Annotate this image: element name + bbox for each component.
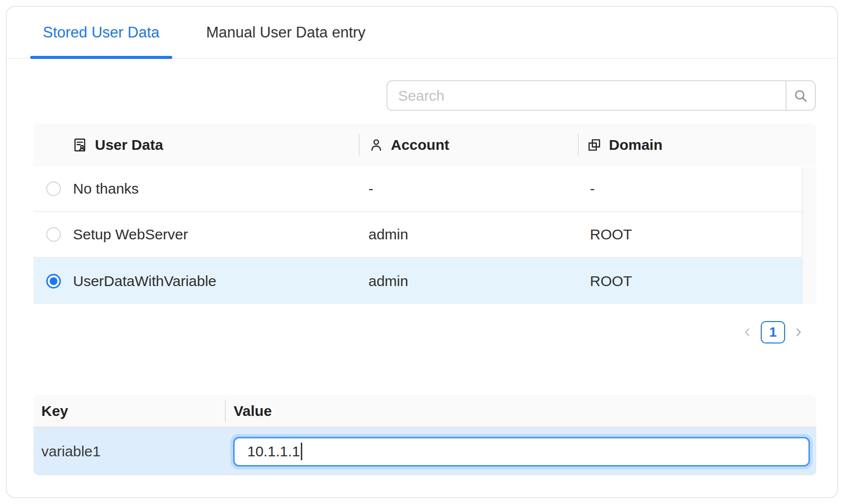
key-value-row-variable1: variable1 10.1.1.1 [34, 428, 816, 475]
account-person-icon [368, 137, 384, 153]
dialog-card: Stored User Data Manual User Data entry [6, 6, 838, 498]
tab-stored-user-data[interactable]: Stored User Data [30, 7, 172, 58]
table-row-setup-webserver[interactable]: Setup WebServer admin ROOT [34, 212, 802, 258]
header-divider [578, 134, 579, 156]
header-divider [225, 400, 226, 422]
variable-value-cell: 10.1.1.1 [225, 437, 816, 467]
user-data-document-icon [72, 137, 88, 153]
cell-account: - [359, 180, 578, 197]
column-header-domain: Domain [578, 124, 816, 166]
text-cursor [301, 443, 302, 460]
pagination-next-button[interactable] [792, 321, 804, 343]
table-row-no-thanks[interactable]: No thanks - - [34, 166, 802, 212]
search-input[interactable] [386, 80, 787, 111]
radio-unselected[interactable] [46, 227, 61, 242]
pagination: 1 [742, 321, 804, 343]
column-header-user-data: User Data [34, 124, 359, 166]
column-header-key-label: Key [41, 403, 68, 419]
cell-account: admin [359, 273, 578, 289]
column-header-key: Key [34, 395, 225, 427]
table-scrollbar-track[interactable] [802, 167, 816, 304]
variable-value-text: 10.1.1.1 [247, 443, 300, 460]
cell-domain: ROOT [578, 273, 802, 289]
column-header-value-label: Value [234, 403, 272, 419]
cell-user-data: No thanks [73, 180, 359, 197]
tab-manual-user-data-entry-label: Manual User Data entry [206, 24, 366, 41]
cell-domain: - [578, 180, 802, 197]
radio-dot [50, 277, 57, 285]
user-data-table: User Data Account [34, 124, 816, 304]
radio-cell [34, 227, 73, 242]
cell-account: admin [359, 226, 578, 243]
column-header-user-data-label: User Data [95, 137, 163, 153]
pagination-prev-button[interactable] [742, 321, 753, 343]
tab-stored-user-data-label: Stored User Data [43, 24, 160, 41]
key-value-header: Key Value [34, 395, 816, 428]
variable-key-label: variable1 [34, 443, 225, 460]
radio-selected[interactable] [46, 274, 61, 288]
tab-manual-user-data-entry[interactable]: Manual User Data entry [206, 7, 366, 58]
radio-cell [34, 181, 73, 196]
radio-cell [34, 274, 73, 288]
variable-value-input[interactable]: 10.1.1.1 [233, 437, 810, 467]
table-body: No thanks - - Setup WebServer admin ROOT [34, 166, 816, 304]
table-row-userdatawithvariable-selected[interactable]: UserDataWithVariable admin ROOT [34, 258, 802, 304]
search-button[interactable] [786, 80, 816, 111]
search-icon [793, 88, 808, 104]
cell-domain: ROOT [578, 226, 802, 243]
chevron-left-icon [742, 326, 753, 338]
header-divider [359, 134, 360, 156]
cell-user-data: Setup WebServer [73, 226, 359, 243]
column-header-account-label: Account [391, 137, 449, 153]
tab-bar: Stored User Data Manual User Data entry [7, 7, 837, 59]
chevron-right-icon [792, 326, 804, 338]
domain-squares-icon [587, 137, 602, 153]
pagination-page-1[interactable]: 1 [761, 321, 785, 343]
radio-unselected[interactable] [46, 181, 61, 196]
key-value-table: Key Value variable1 10.1.1.1 [34, 395, 816, 475]
tab-active-ink-bar [30, 56, 172, 59]
column-header-domain-label: Domain [609, 137, 662, 153]
column-header-value: Value [225, 395, 816, 427]
table-header: User Data Account [34, 124, 816, 166]
pagination-page-number: 1 [769, 324, 777, 340]
cell-user-data: UserDataWithVariable [73, 273, 359, 289]
search-bar [386, 80, 816, 111]
column-header-account: Account [359, 124, 578, 166]
